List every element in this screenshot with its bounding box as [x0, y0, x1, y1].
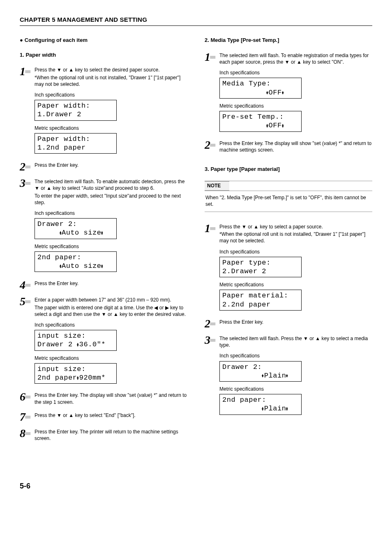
note-label: NOTE — [205, 181, 229, 190]
left-step-2: 2▪▪ Press the Enter key. — [20, 162, 187, 173]
updown-arrows-icon: ▴▾ — [266, 91, 269, 94]
step-number: 3▪▪ — [20, 177, 35, 274]
step-number: 1▪▪ — [205, 51, 219, 134]
left-step-6: 6▪▪ Press the Enter key. The display wil… — [20, 392, 187, 406]
step-number: 4▪▪ — [20, 279, 35, 291]
note-body: When "2. Media Type [Pre-set Temp.]" is … — [205, 191, 372, 212]
step-number: 2▪▪ — [205, 318, 219, 329]
step-number: 2▪▪ — [205, 139, 219, 154]
lcd-display: Paper material: 2.2nd paper — [219, 290, 302, 311]
step-text: Enter a paper width between 17" and 36" … — [35, 297, 187, 303]
updown-arrows-icon: ▴▾ — [60, 264, 62, 268]
left-step-4: 4▪▪ Press the Enter key. — [20, 280, 187, 291]
step-text: Press the ▼ or ▲ key to select a paper s… — [219, 223, 372, 230]
step-text: Press the Enter key. — [35, 280, 187, 287]
spec-label: Metric specifications — [35, 243, 187, 250]
step-number: 6▪▪ — [20, 391, 35, 406]
step-text: Press the ▼ or ▲ key to select the desir… — [35, 67, 187, 73]
step-text: To enter the paper width, select "Input … — [35, 193, 187, 206]
spec-label: Inch specifications — [219, 249, 372, 255]
lcd-display: Drawer 2: ▴▾Auto size▴▾ — [35, 218, 117, 239]
step-number: 7▪▪ — [20, 411, 35, 423]
spec-label: Inch specifications — [219, 352, 372, 359]
sec1-heading: 1. Paper width — [20, 51, 187, 59]
step-text: The paper width is entered one digit at … — [35, 304, 187, 318]
config-heading-text: Configuring of each item — [25, 37, 88, 43]
step-text: The selected item will flash. Press the … — [219, 335, 372, 348]
spec-label: Inch specifications — [35, 210, 187, 216]
updown-arrows-icon: ▴▾ — [77, 376, 79, 380]
updown-arrows-icon: ▴▾ — [262, 407, 264, 410]
columns: ●Configuring of each item 1. Paper width… — [20, 37, 372, 448]
step-text: Press the Enter key. The printer will re… — [35, 428, 187, 442]
step-text: Press the Enter key. The display will sh… — [219, 140, 372, 153]
note-block: NOTE When "2. Media Type [Pre-set Temp.]… — [205, 181, 372, 212]
left-step-3: 3▪▪ The selected item will flash. To ena… — [20, 178, 187, 274]
lcd-display: input size: 2nd paper▴▾920mm* — [35, 363, 117, 384]
spec-label: Metric specifications — [35, 125, 187, 131]
step-number: 3▪▪ — [205, 334, 219, 417]
chapter-title: CHAPTER 5 MANAGEMENT AND SETTING — [20, 16, 372, 26]
spec-label: Inch specifications — [35, 322, 187, 328]
updown-arrows-icon: ▴▾ — [60, 231, 62, 235]
bullet-icon: ● — [20, 37, 23, 43]
step-text: Press the ▼ or ▲ key to select "End" ["b… — [35, 412, 187, 419]
updown-arrows-icon: ▴▾ — [101, 231, 104, 235]
step-text: The selected item will flash. To enable … — [35, 178, 187, 191]
lcd-display: Paper type: 2.Drawer 2 — [219, 257, 302, 278]
step-text: *When the optional roll unit is not inst… — [35, 74, 187, 88]
updown-arrows-icon: ▴▾ — [282, 124, 284, 127]
right-sec3-step-1: 1▪▪ Press the ▼ or ▲ key to select a pap… — [205, 223, 372, 313]
lcd-display: Drawer 2: ▴▾Plain▴▾ — [219, 361, 302, 382]
left-step-7: 7▪▪ Press the ▼ or ▲ key to select "End"… — [20, 412, 187, 423]
spec-label: Metric specifications — [219, 103, 372, 109]
lcd-display: Paper width: 1.2nd paper — [35, 133, 117, 154]
left-step-1: 1▪▪ Press the ▼ or ▲ key to select the d… — [20, 67, 187, 156]
left-step-5: 5▪▪ Enter a paper width between 17" and … — [20, 297, 187, 386]
updown-arrows-icon: ▴▾ — [77, 343, 79, 346]
updown-arrows-icon: ▴▾ — [101, 264, 104, 268]
config-heading: ●Configuring of each item — [20, 37, 187, 44]
step-text: *When the optional roll unit is not inst… — [219, 231, 372, 244]
right-sec2-step-2: 2▪▪ Press the Enter key. The display wil… — [205, 140, 372, 154]
lcd-display: 2nd paper: ▴▾Auto size▴▾ — [35, 251, 117, 272]
right-column: 2. Media Type [Pre-set Temp.] 1▪▪ The se… — [205, 37, 372, 448]
step-number: 1▪▪ — [205, 223, 219, 313]
updown-arrows-icon: ▴▾ — [262, 374, 264, 378]
spec-label: Inch specifications — [35, 92, 187, 98]
updown-arrows-icon: ▴▾ — [286, 407, 288, 410]
step-number: 2▪▪ — [20, 161, 35, 173]
spec-label: Metric specifications — [219, 386, 372, 392]
spec-label: Inch specifications — [219, 69, 372, 76]
page-number: 5-6 — [20, 481, 372, 491]
right-sec2-step-1: 1▪▪ The selected item will flash. To ena… — [205, 52, 372, 134]
lcd-display: 2nd paper: ▴▾Plain▴▾ — [219, 394, 302, 415]
updown-arrows-icon: ▴▾ — [266, 124, 269, 127]
sec3-heading: 3. Paper type [Paper material] — [205, 166, 372, 173]
lcd-display: input size: Drawer 2 ▴▾36.0"* — [35, 330, 117, 351]
step-number: 5▪▪ — [20, 296, 35, 386]
updown-arrows-icon: ▴▾ — [286, 374, 288, 378]
right-sec3-step-3: 3▪▪ The selected item will flash. Press … — [205, 335, 372, 417]
spec-label: Metric specifications — [35, 355, 187, 362]
left-step-8: 8▪▪ Press the Enter key. The printer wil… — [20, 428, 187, 442]
lcd-display: Media Type: ▴▾OFF▴▾ — [219, 78, 302, 99]
updown-arrows-icon: ▴▾ — [282, 91, 284, 94]
step-number: 8▪▪ — [20, 428, 35, 442]
left-column: ●Configuring of each item 1. Paper width… — [20, 37, 187, 448]
step-text: Press the Enter key. The display will sh… — [35, 392, 187, 405]
step-text: Press the Enter key. — [219, 319, 372, 325]
step-text: The selected item will flash. To enable … — [219, 52, 372, 65]
right-sec3-step-2: 2▪▪ Press the Enter key. — [205, 319, 372, 329]
step-number: 1▪▪ — [20, 66, 35, 156]
lcd-display: Paper width: 1.Drawer 2 — [35, 100, 117, 121]
lcd-display: Pre-set Temp.: ▴▾OFF▴▾ — [219, 111, 302, 132]
spec-label: Metric specifications — [219, 281, 372, 288]
step-text: Press the Enter key. — [35, 162, 187, 168]
sec2-heading: 2. Media Type [Pre-set Temp.] — [205, 37, 372, 44]
